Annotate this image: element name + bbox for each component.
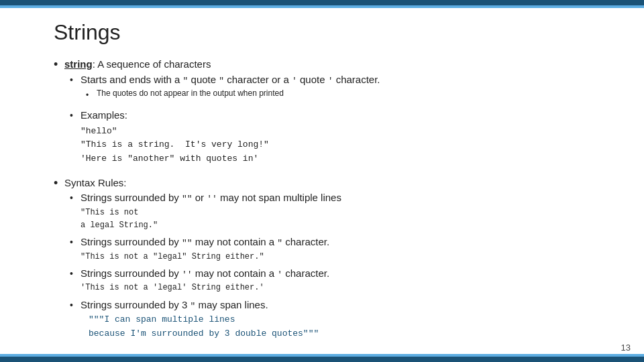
syntax-sub4-code: """I can span multiple lines because I'm… bbox=[89, 313, 319, 341]
top-bar bbox=[0, 0, 644, 5]
syntax-sub2-code: "This is not a "legal" String either." bbox=[80, 251, 329, 263]
quotes-note-bullet: • The quotes do not appear in the output… bbox=[86, 87, 617, 101]
syntax-sub2-bullet: • Strings surrounded by "" may not conta… bbox=[70, 235, 617, 263]
syntax-sub1-code: "This is not a legal String." bbox=[80, 206, 341, 232]
bullet-dot-starts: • bbox=[70, 74, 75, 85]
syntax-sub2-text: Strings surrounded by "" may not contain… bbox=[80, 236, 329, 247]
syntax-label: Syntax Rules: bbox=[64, 176, 127, 191]
syntax-bullet: • Syntax Rules: • Strings surrounded by … bbox=[54, 176, 617, 341]
bullet-dot-string: • bbox=[54, 58, 59, 72]
syntax-sub3-bullet: • Strings surrounded by '' may not conta… bbox=[70, 266, 617, 295]
syntax-sub3-text: Strings surrounded by '' may not contain… bbox=[80, 267, 329, 279]
bottom-bar-light bbox=[0, 354, 644, 357]
page-number: 13 bbox=[621, 343, 631, 353]
bullet-dot-syn3: • bbox=[70, 268, 75, 279]
slide-content: Strings • string: A sequence of characte… bbox=[54, 13, 617, 349]
starts-ends-bullet: • Starts and ends with a " quote " chara… bbox=[70, 72, 617, 102]
main-list: • string: A sequence of characters • Sta… bbox=[54, 57, 617, 341]
string-label: string: A sequence of characters bbox=[64, 57, 211, 72]
bullet-dot-syntax: • bbox=[54, 176, 59, 190]
top-bar-light bbox=[0, 5, 644, 8]
slide-title: Strings bbox=[54, 20, 617, 45]
syntax-sub1-bullet: • Strings surrounded by "" or '' may not… bbox=[70, 190, 617, 232]
examples-code: "hello" "This is a string. It's very lon… bbox=[80, 125, 269, 166]
syntax-sub1-text: Strings surrounded by "" or '' may not s… bbox=[80, 192, 341, 203]
bullet-dot-examples: • bbox=[70, 110, 75, 121]
examples-bullet: • Examples: "hello" "This is a string. I… bbox=[70, 108, 617, 166]
syntax-sub3-code: 'This is not a 'legal' String either.' bbox=[80, 282, 329, 294]
string-bullet: • string: A sequence of characters • Sta… bbox=[54, 57, 617, 166]
bullet-dot-syn2: • bbox=[70, 237, 75, 247]
examples-label: Examples: bbox=[80, 108, 269, 123]
syntax-sub-content: • Strings surrounded by "" or '' may not… bbox=[70, 190, 617, 341]
bullet-dot-syn4: • bbox=[70, 300, 75, 310]
string-sub-list: • Starts and ends with a " quote " chara… bbox=[70, 72, 617, 166]
syntax-sub4-text: Strings surrounded by 3 " may span lines… bbox=[80, 299, 268, 310]
bullet-dot-syn1: • bbox=[70, 192, 75, 203]
bottom-bar bbox=[0, 357, 644, 362]
string-sub-content: • Starts and ends with a " quote " chara… bbox=[70, 72, 617, 166]
bullet-dot-quotes: • bbox=[86, 89, 91, 101]
quotes-note-text: The quotes do not appear in the output w… bbox=[97, 87, 284, 99]
starts-ends-text: Starts and ends with a " quote " charact… bbox=[80, 72, 380, 88]
syntax-sub4-bullet: • Strings surrounded by 3 " may span lin… bbox=[70, 298, 617, 341]
